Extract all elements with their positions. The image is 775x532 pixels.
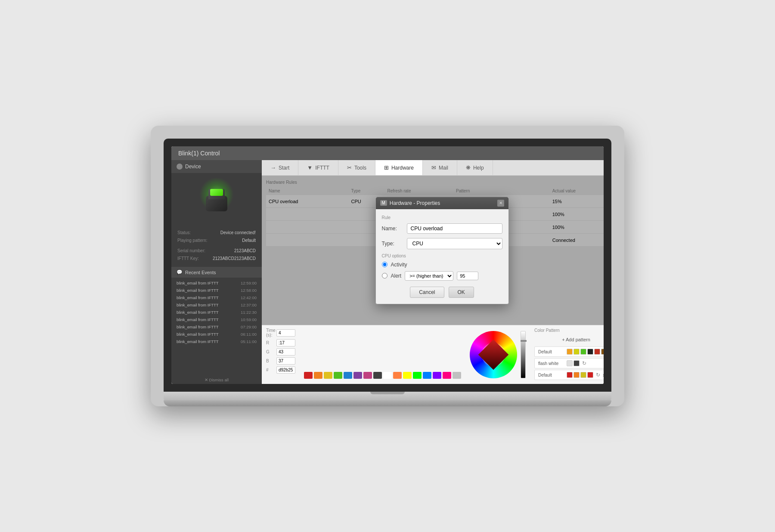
add-pattern-button[interactable]: + Add pattern	[534, 335, 604, 344]
pattern-name: Default	[538, 373, 564, 377]
color-swatch[interactable]	[393, 372, 402, 379]
modal-close-button[interactable]: ✕	[497, 200, 504, 207]
time-input[interactable]	[276, 329, 295, 337]
color-wheel-container[interactable]	[470, 331, 517, 378]
brightness-bar[interactable]	[521, 331, 526, 378]
screen-bezel: Blink(1) Control Device	[164, 139, 611, 392]
b-input[interactable]	[276, 357, 295, 365]
event-name: blink_email from IFTTT	[177, 288, 219, 293]
alert-condition-select[interactable]: >= (higher than) <= (lower than)	[405, 271, 453, 281]
event-time: 12:42:00	[241, 295, 257, 300]
alert-radio[interactable]	[382, 273, 388, 278]
event-name: blink_email from IFTTT	[177, 295, 219, 300]
hardware-icon: ⊞	[384, 164, 389, 171]
tab-hardware[interactable]: ⊞ Hardware	[375, 160, 423, 175]
color-swatch[interactable]	[314, 372, 322, 379]
modal-title-left: M Hardware - Properties	[380, 200, 440, 206]
pattern-swatch[interactable]	[567, 360, 573, 366]
tab-mail[interactable]: ✉ Mail	[423, 160, 457, 175]
name-input[interactable]	[407, 223, 502, 234]
event-item: blink_email from IFTTT05:11:00	[171, 338, 262, 345]
color-swatch[interactable]	[344, 372, 352, 379]
tab-start[interactable]: → Start	[262, 160, 298, 175]
pattern-swatch[interactable]	[574, 360, 580, 366]
name-field: Name:	[382, 223, 502, 234]
pattern-swatch[interactable]	[574, 372, 580, 378]
color-swatch[interactable]	[433, 372, 441, 379]
type-select[interactable]: CPU Memory Disk Network	[407, 238, 502, 249]
cancel-button[interactable]: Cancel	[410, 287, 444, 298]
color-swatch[interactable]	[443, 372, 451, 379]
laptop-bottom	[164, 400, 611, 406]
pattern-swatches	[567, 349, 604, 355]
color-swatch[interactable]	[363, 372, 372, 379]
color-editor-area: Time (s): R G	[262, 325, 604, 384]
modal-title: Hardware - Properties	[390, 200, 440, 206]
ok-button[interactable]: OK	[449, 287, 474, 298]
type-field-label: Type:	[382, 241, 403, 247]
pattern-swatch[interactable]	[594, 349, 600, 355]
alert-value-input[interactable]	[457, 272, 478, 280]
device-info: Status: Device connected! Playing patter…	[171, 225, 262, 267]
serial-value: 2123ABCD	[234, 247, 256, 255]
pattern-swatch[interactable]	[601, 349, 604, 355]
color-swatch[interactable]	[373, 372, 382, 379]
color-swatch[interactable]	[324, 372, 332, 379]
pattern-swatch[interactable]	[567, 372, 573, 378]
event-time: 12:59:00	[241, 281, 257, 285]
playing-label: Playing pattern:	[177, 237, 208, 244]
activity-radio-row: Activity	[382, 262, 502, 268]
alert-label: Alert	[391, 273, 402, 279]
color-wheel-wrapper	[470, 331, 517, 378]
pattern-swatch[interactable]	[587, 349, 593, 355]
device-label: Device	[185, 164, 201, 170]
modal-overlay: M Hardware - Properties ✕ Rule Name:	[262, 176, 604, 325]
tab-tools[interactable]: ✂ Tools	[338, 160, 375, 175]
activity-radio[interactable]	[382, 262, 388, 267]
app-title: Blink(1) Control	[178, 150, 220, 157]
status-label: Status:	[177, 229, 191, 237]
g-input[interactable]	[276, 348, 295, 356]
recent-events-header: 💬 Recent Events	[171, 267, 262, 278]
event-item: blink_email from IFTTT12:37:00	[171, 301, 262, 309]
laptop-screen: Blink(1) Control Device	[171, 146, 604, 384]
event-time: 07:29:00	[241, 325, 257, 329]
tab-ifttt[interactable]: ▼ IFTTT	[298, 160, 338, 175]
pattern-swatch[interactable]	[580, 372, 586, 378]
pattern-swatch[interactable]	[574, 349, 580, 355]
color-swatch[interactable]	[304, 372, 313, 379]
app-titlebar: Blink(1) Control	[171, 146, 604, 160]
color-swatch[interactable]	[413, 372, 422, 379]
r-input[interactable]	[276, 339, 295, 346]
activity-label: Activity	[391, 262, 407, 268]
color-swatch[interactable]	[423, 372, 431, 379]
pattern-swatch[interactable]	[567, 349, 573, 355]
event-time: 06:11:00	[241, 332, 257, 337]
event-name: blink_email from IFTTT	[177, 332, 219, 337]
dismiss-all-button[interactable]: ✕ Dismiss all	[171, 376, 262, 384]
color-swatch[interactable]	[334, 372, 342, 379]
recent-events-list: blink_email from IFTTT12:59:00blink_emai…	[171, 278, 262, 376]
color-swatch[interactable]	[383, 372, 392, 379]
color-swatch[interactable]	[403, 372, 412, 379]
pattern-row: Default ↻	[534, 346, 604, 357]
color-patterns-label: Color Pattern	[534, 328, 604, 333]
tab-help-label: Help	[473, 165, 484, 171]
time-label: Time (s):	[266, 328, 274, 337]
color-patterns-area: Color Pattern + Add pattern Default ↻ fl…	[534, 328, 604, 381]
repeat-icon[interactable]: ↻	[582, 360, 586, 366]
repeat-icon[interactable]: ↻	[596, 372, 600, 378]
event-name: blink_email from IFTTT	[177, 303, 219, 307]
pattern-swatch[interactable]	[587, 372, 593, 378]
event-time: 12:37:00	[241, 303, 257, 307]
tab-help[interactable]: ❋ Help	[457, 160, 493, 175]
color-swatch[interactable]	[353, 372, 362, 379]
usb-image-area	[171, 173, 262, 225]
event-name: blink_email from IFTTT	[177, 325, 219, 329]
color-swatch[interactable]	[453, 372, 461, 379]
brightness-handle[interactable]	[521, 340, 527, 342]
hex-input[interactable]	[276, 366, 295, 374]
pattern-name: Default	[538, 350, 564, 354]
usb-cap	[208, 189, 225, 199]
pattern-swatch[interactable]	[580, 349, 586, 355]
